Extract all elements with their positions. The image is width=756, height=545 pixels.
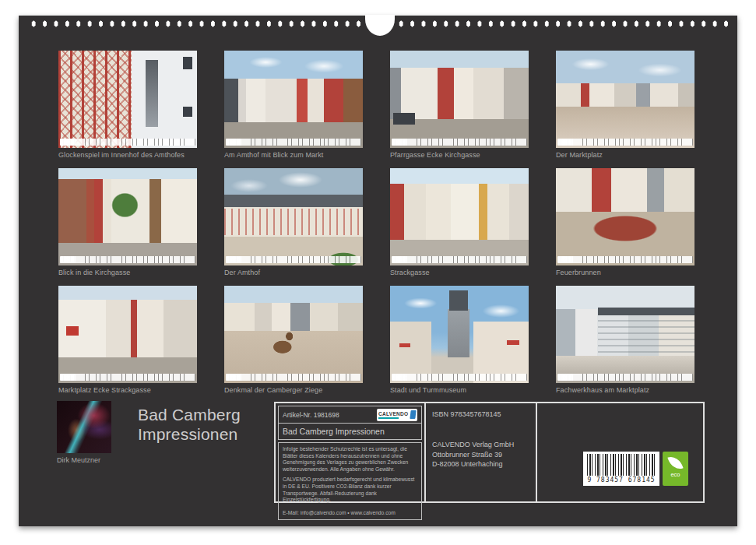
mini-calendar-strip (226, 374, 361, 381)
calendar-thumbnail: Marktplatz Ecke Strackgasse (58, 286, 197, 395)
thumbnail-photo (224, 286, 363, 383)
calendar-thumbnail: Feuerbrunnen (556, 168, 694, 277)
calendar-thumbnail: Stadt und Turmmuseum (390, 286, 529, 395)
calendar-back-page: Glockenspiel im Innenhof des Amthofes Am… (19, 16, 737, 526)
thumbnail-caption: Marktplatz Ecke Strackgasse (58, 386, 197, 395)
thumbnail-photo (556, 168, 694, 265)
calendar-thumbnail: Am Amthof mit Blick zum Markt (224, 51, 363, 160)
publisher-address: CALVENDO Verlag GmbH Ottobrunner Straße … (432, 440, 529, 469)
contact-line: E-Mail: info@calvendo.com • www.calvendo… (283, 510, 417, 517)
calendar-thumbnail: Fachwerkhaus am Marktplatz (556, 286, 694, 395)
publisher-name: CALVENDO Verlag GmbH (432, 440, 529, 450)
thumbnail-caption: Glockenspiel im Innenhof des Amthofes (58, 151, 197, 160)
legal-text-box: Infolge bestehender Schutzrechte ist es … (278, 442, 422, 520)
page-title-line2: Impressionen (138, 424, 241, 444)
thumbnail-caption: Der Marktplatz (556, 151, 694, 160)
mini-calendar-strip (557, 139, 693, 146)
thumbnail-caption: Fachwerkhaus am Marktplatz (556, 386, 694, 395)
calvendo-logo-text: CALVENDO (378, 411, 408, 417)
product-title: Bad Camberg Impressionen (279, 424, 421, 439)
mini-calendar-strip (226, 139, 361, 146)
leaf-icon (667, 454, 683, 472)
mini-calendar-strip (60, 256, 195, 263)
barcode-digits: 9 783457 678145 (583, 476, 659, 483)
thumbnail-caption: Blick in die Kirchgasse (58, 269, 197, 277)
barcode-column: 9 783457 678145 eco (537, 403, 703, 501)
author-name: Dirk Meutzner (57, 456, 100, 464)
barcode-bars (587, 454, 656, 476)
calendar-page-icon (410, 410, 417, 419)
artikel-number: Artikel-Nr. 1981698 (283, 411, 339, 419)
mini-calendar-strip (392, 256, 527, 263)
isbn-number: ISBN 9783457678145 (432, 410, 529, 418)
calvendo-logo-textblock: CALVENDO (378, 411, 408, 419)
calvendo-logo-tagline-bar (378, 417, 399, 419)
thumbnail-photo (224, 51, 363, 148)
thumbnail-caption: Feuerbrunnen (556, 269, 694, 277)
thumbnail-grid: Glockenspiel im Innenhof des Amthofes Am… (58, 51, 694, 395)
legal-paragraph-2: CALVENDO produziert bedarfsgerecht und k… (283, 476, 417, 503)
artikel-row: Artikel-Nr. 1981698 CALVENDO (279, 406, 421, 424)
author-photo (57, 401, 111, 453)
thumbnail-photo (556, 286, 694, 383)
eco-label: eco (663, 471, 688, 478)
product-info-column: Artikel-Nr. 1981698 CALVENDO Bad Camberg… (276, 403, 426, 501)
mini-calendar-strip (60, 374, 195, 381)
publisher-info-panel: Artikel-Nr. 1981698 CALVENDO Bad Camberg… (274, 402, 705, 503)
barcode: 9 783457 678145 (583, 452, 659, 486)
thumbnail-photo (390, 51, 529, 148)
thumbnail-photo (58, 286, 197, 383)
binding-holes-left (28, 19, 363, 28)
calendar-thumbnail: Der Amthof (224, 168, 363, 277)
thumbnail-caption: Pfarrgasse Ecke Kirchgasse (390, 151, 529, 160)
mini-calendar-strip (60, 139, 195, 146)
thumbnail-photo (390, 168, 529, 265)
thumbnail-photo (58, 168, 197, 265)
thumbnail-caption: Am Amthof mit Blick zum Markt (224, 151, 363, 160)
calendar-thumbnail: Glockenspiel im Innenhof des Amthofes (58, 51, 197, 160)
hanger-hole (365, 15, 395, 36)
calendar-thumbnail: Der Marktplatz (556, 51, 694, 160)
thumbnail-photo (390, 286, 529, 383)
calendar-thumbnail: Blick in die Kirchgasse (58, 168, 197, 277)
publisher-street: Ottobrunner Straße 39 (432, 450, 529, 460)
publisher-city: D-82008 Unterhaching (432, 459, 529, 469)
product-id-box: Artikel-Nr. 1981698 CALVENDO Bad Camberg… (278, 406, 422, 440)
mini-calendar-strip (557, 374, 693, 381)
thumbnail-caption: Stadt und Turmmuseum (390, 386, 529, 395)
eco-badge: eco (663, 452, 688, 486)
thumbnail-photo (224, 168, 363, 265)
page-title: Bad Camberg Impressionen (138, 405, 241, 444)
binding-holes-right (396, 19, 730, 28)
thumbnail-photo (58, 51, 197, 148)
thumbnail-caption: Der Amthof (224, 269, 363, 277)
legal-paragraph-1: Infolge bestehender Schutzrechte ist es … (283, 446, 417, 473)
publisher-column: ISBN 9783457678145 CALVENDO Verlag GmbH … (426, 403, 537, 501)
calendar-thumbnail: Denkmal der Camberger Ziege (224, 286, 363, 395)
thumbnail-caption: Denkmal der Camberger Ziege (224, 386, 363, 395)
mini-calendar-strip (392, 139, 527, 146)
calvendo-logo: CALVENDO (377, 409, 417, 421)
thumbnail-photo (556, 51, 694, 148)
calendar-thumbnail: Strackgasse (390, 168, 529, 277)
mini-calendar-strip (392, 374, 527, 381)
mini-calendar-strip (226, 256, 361, 263)
calendar-thumbnail: Pfarrgasse Ecke Kirchgasse (390, 51, 529, 160)
page-title-line1: Bad Camberg (138, 405, 241, 424)
thumbnail-caption: Strackgasse (390, 269, 529, 277)
mini-calendar-strip (557, 256, 693, 263)
